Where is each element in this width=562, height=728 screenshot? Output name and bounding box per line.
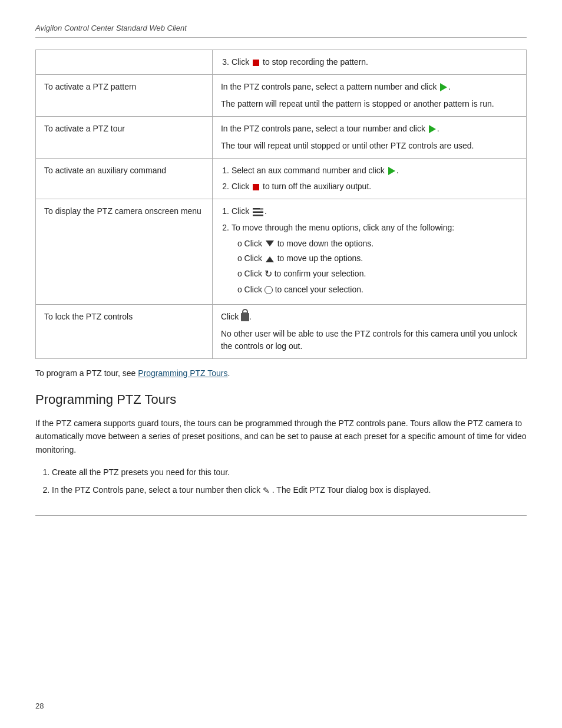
ptz-pattern-p2: The pattern will repeat until the patter…	[221, 98, 518, 110]
table-row-lock: To lock the PTZ controls Click . No othe…	[36, 304, 527, 358]
header-title: Avigilon Control Center Standard Web Cli…	[35, 24, 527, 32]
pattern-play-icon	[440, 83, 447, 91]
table-row-ptz-pattern: To activate a PTZ pattern In the PTZ con…	[36, 75, 527, 117]
left-cell-lock: To lock the PTZ controls	[36, 304, 213, 358]
right-cell-stop: Click to stop recording the pattern.	[212, 50, 526, 75]
table-row-ptz-tour: To activate a PTZ tour In the PTZ contro…	[36, 117, 527, 159]
arrow-up-icon	[266, 256, 274, 262]
footer-link-after: .	[228, 368, 230, 378]
page-number: 28	[35, 701, 44, 710]
aux-step-1: Select an aux command number and click .	[232, 164, 518, 177]
right-cell-ptz-tour: In the PTZ controls pane, select a tour …	[212, 117, 526, 159]
list-item: Click to stop recording the pattern.	[232, 56, 518, 68]
right-cell-lock: Click . No other user will be able to us…	[212, 304, 526, 358]
programming-ptz-tours-heading: Programming PTZ Tours	[35, 392, 527, 407]
menu-option-cancel: Click to cancel your selection.	[237, 284, 518, 296]
right-cell-onscreen-menu: Click . To move through the menu options…	[212, 199, 526, 305]
cancel-icon	[265, 286, 273, 294]
menu-hamburger-icon	[253, 206, 263, 218]
lock-p1: Click .	[221, 311, 518, 323]
pencil-icon: ✎	[263, 484, 270, 497]
menu-option-confirm: Click ↻ to confirm your selection.	[237, 267, 518, 281]
aux-stop-icon	[253, 184, 259, 190]
right-cell-aux: Select an aux command number and click .…	[212, 159, 526, 199]
left-cell-aux: To activate an auxiliary command	[36, 159, 213, 199]
footer-link-paragraph: To program a PTZ tour, see Programming P…	[35, 368, 527, 378]
lock-icon	[241, 313, 249, 321]
tour-play-icon	[429, 125, 436, 133]
table-row-onscreen-menu: To display the PTZ camera onscreen menu …	[36, 199, 527, 305]
onscreen-step-1: Click .	[232, 205, 518, 218]
lock-p2: No other user will be able to use the PT…	[221, 328, 518, 353]
svg-rect-2	[253, 215, 263, 216]
table-row: Click to stop recording the pattern.	[36, 50, 527, 75]
onscreen-step-2: To move through the menu options, click …	[232, 222, 518, 296]
stop-recording-icon	[253, 60, 259, 66]
table-row-aux: To activate an auxiliary command Select …	[36, 159, 527, 199]
footer-divider	[35, 515, 527, 516]
menu-option-down: Click to move down the options.	[237, 238, 518, 250]
left-cell-ptz-tour: To activate a PTZ tour	[36, 117, 213, 159]
ptz-pattern-p1: In the PTZ controls pane, select a patte…	[221, 81, 518, 93]
ptz-tour-p1: In the PTZ controls pane, select a tour …	[221, 123, 518, 135]
left-cell-onscreen-menu: To display the PTZ camera onscreen menu	[36, 199, 213, 305]
aux-step-2: Click to turn off the auxiliary output.	[232, 180, 518, 193]
svg-point-3	[260, 208, 263, 210]
programming-step-1: Create all the PTZ presets you need for …	[52, 466, 527, 479]
aux-play-icon	[388, 167, 395, 175]
programming-step-2: In the PTZ Controls pane, select a tour …	[52, 483, 527, 497]
programming-steps-list: Create all the PTZ presets you need for …	[52, 466, 527, 498]
main-table: Click to stop recording the pattern. To …	[35, 50, 527, 359]
left-cell-ptz-pattern: To activate a PTZ pattern	[36, 75, 213, 117]
programming-ptz-tours-body: If the PTZ camera supports guard tours, …	[35, 417, 527, 456]
footer-link-before: To program a PTZ tour, see	[35, 368, 138, 378]
confirm-icon: ↻	[265, 267, 272, 281]
right-cell-ptz-pattern: In the PTZ controls pane, select a patte…	[212, 75, 526, 117]
ptz-tour-p2: The tour will repeat until stopped or un…	[221, 140, 518, 152]
programming-ptz-tours-link[interactable]: Programming PTZ Tours	[138, 368, 227, 378]
header-divider	[35, 37, 527, 38]
arrow-down-icon	[266, 241, 274, 246]
menu-option-up: Click to move up the options.	[237, 252, 518, 265]
svg-rect-1	[253, 212, 263, 213]
left-cell-stop	[36, 50, 213, 75]
